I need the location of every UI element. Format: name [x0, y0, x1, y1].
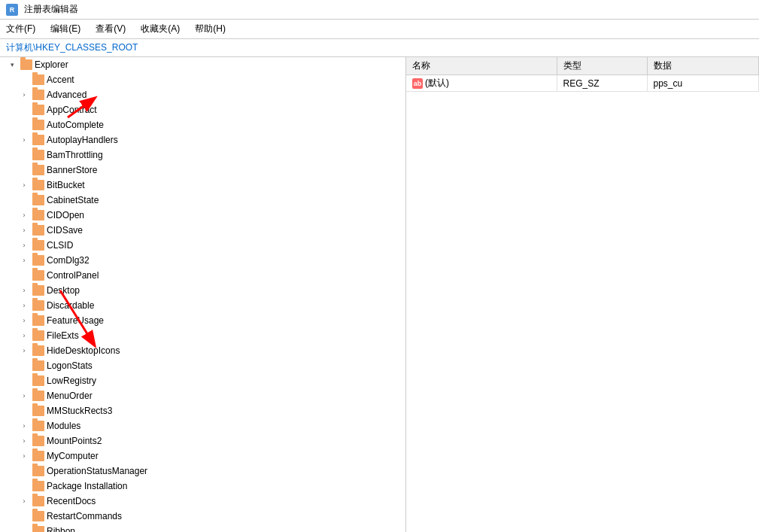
registry-name: ab(默认) [406, 75, 557, 92]
tree-item[interactable]: ›MyComputer [0, 448, 405, 464]
folder-icon [32, 255, 44, 266]
tree-item-label: Modules [47, 421, 405, 431]
tree-item-label: LowRegistry [47, 375, 405, 386]
tree-item[interactable]: ›Modules [0, 418, 405, 433]
tree-item-label: Accent [47, 74, 405, 85]
tree-item-label: RecentDocs [47, 496, 405, 506]
tree-item-label: MountPoints2 [47, 436, 405, 446]
tree-item[interactable]: Ribbon [0, 524, 405, 532]
folder-icon [32, 285, 44, 296]
col-header-type: 类型 [557, 57, 647, 75]
tree-toggle[interactable]: › [18, 330, 30, 342]
menu-item[interactable]: 查看(V) [93, 21, 129, 37]
tree-item[interactable]: Package Installation [0, 479, 405, 494]
tree-item[interactable]: AppContract [0, 102, 405, 117]
main-container: ▾ExplorerAccent›AdvancedAppContractAutoC… [0, 57, 759, 532]
tree-toggle[interactable]: › [18, 390, 30, 402]
tree-item[interactable]: ›CIDSave [0, 223, 405, 238]
tree-item[interactable]: ›Discardable [0, 298, 405, 313]
tree-item-label: Advanced [47, 90, 405, 100]
folder-icon [32, 421, 44, 431]
tree-item-label: ComDlg32 [47, 255, 405, 266]
registry-table: 名称 类型 数据 ab(默认)REG_SZpps_cu [406, 57, 759, 92]
folder-icon [32, 375, 44, 386]
right-panel: 名称 类型 数据 ab(默认)REG_SZpps_cu [406, 57, 759, 532]
tree-item-label: Package Installation [47, 481, 405, 491]
tree-toggle[interactable]: › [18, 209, 30, 221]
tree-item[interactable]: ›ComDlg32 [0, 253, 405, 268]
tree-toggle[interactable]: › [18, 284, 30, 296]
folder-icon [32, 391, 44, 401]
menu-item[interactable]: 帮助(H) [192, 21, 229, 37]
tree-toggle[interactable]: › [18, 315, 30, 327]
tree-item[interactable]: RestartCommands [0, 509, 405, 524]
tree-toggle[interactable]: › [18, 179, 30, 191]
tree-panel: ▾ExplorerAccent›AdvancedAppContractAutoC… [0, 57, 406, 532]
tree-toggle[interactable]: › [18, 239, 30, 251]
tree-item[interactable]: BannerStore [0, 163, 405, 178]
tree-toggle[interactable]: › [18, 345, 30, 357]
tree-item[interactable]: ›FeatureUsage [0, 313, 405, 328]
tree-item[interactable]: BamThrottling [0, 147, 405, 163]
folder-icon [32, 240, 44, 251]
tree-item[interactable]: ›MountPoints2 [0, 433, 405, 448]
tree-item-label: FileExts [47, 330, 405, 341]
tree-scroll[interactable]: ▾ExplorerAccent›AdvancedAppContractAutoC… [0, 57, 405, 532]
registry-row[interactable]: ab(默认)REG_SZpps_cu [406, 75, 759, 92]
folder-icon [32, 315, 44, 326]
registry-type: REG_SZ [557, 75, 647, 92]
folder-icon [32, 345, 44, 356]
tree-toggle[interactable]: › [18, 224, 30, 236]
app-icon: R [6, 4, 18, 16]
tree-toggle[interactable]: › [18, 89, 30, 101]
folder-icon [32, 150, 44, 160]
col-header-name: 名称 [406, 57, 557, 75]
tree-toggle[interactable]: › [18, 450, 30, 462]
tree-item-label: Explorer [35, 59, 405, 70]
folder-icon [32, 165, 44, 175]
folder-icon [32, 195, 44, 205]
tree-item-label: AutoplayHandlers [47, 135, 405, 145]
folder-icon [32, 90, 44, 100]
tree-toggle[interactable]: › [18, 299, 30, 312]
tree-item[interactable]: Accent [0, 72, 405, 87]
tree-toggle[interactable]: ▾ [6, 59, 18, 71]
tree-item[interactable]: LogonStats [0, 358, 405, 373]
tree-item-label: AutoComplete [47, 120, 405, 130]
tree-toggle[interactable]: › [18, 495, 30, 507]
folder-icon [32, 180, 44, 190]
tree-item-label: CIDSave [47, 225, 405, 236]
folder-icon [32, 526, 44, 532]
tree-toggle[interactable]: › [18, 420, 30, 432]
menu-item[interactable]: 文件(F) [3, 21, 38, 37]
menu-item[interactable]: 编辑(E) [47, 21, 83, 37]
tree-item[interactable]: ›AutoplayHandlers [0, 132, 405, 147]
tree-item[interactable]: ›CLSID [0, 238, 405, 253]
tree-item[interactable]: ›MenuOrder [0, 388, 405, 403]
tree-item[interactable]: ›CIDOpen [0, 208, 405, 223]
tree-toggle[interactable]: › [18, 134, 30, 146]
tree-toggle[interactable]: › [18, 435, 30, 447]
tree-item-label: LogonStats [47, 360, 405, 371]
tree-item[interactable]: ›Advanced [0, 87, 405, 102]
tree-item[interactable]: CabinetState [0, 193, 405, 208]
tree-item-label: AppContract [47, 105, 405, 115]
tree-item[interactable]: ›HideDesktopIcons [0, 343, 405, 358]
tree-item[interactable]: ▾Explorer [0, 57, 405, 72]
tree-item[interactable]: ›Desktop [0, 283, 405, 298]
tree-item[interactable]: ›FileExts [0, 328, 405, 343]
tree-item[interactable]: ›BitBucket [0, 178, 405, 193]
tree-item[interactable]: MMStuckRects3 [0, 403, 405, 418]
tree-item[interactable]: ›RecentDocs [0, 494, 405, 509]
tree-item[interactable]: OperationStatusManager [0, 464, 405, 479]
tree-item[interactable]: LowRegistry [0, 373, 405, 388]
folder-icon [32, 105, 44, 115]
tree-item[interactable]: AutoComplete [0, 117, 405, 132]
menu-item[interactable]: 收藏夹(A) [138, 21, 183, 37]
tree-item[interactable]: ControlPanel [0, 268, 405, 283]
tree-item-label: CabinetState [47, 195, 405, 205]
tree-toggle[interactable]: › [18, 254, 30, 266]
folder-icon [32, 406, 44, 416]
registry-data: pps_cu [647, 75, 759, 92]
tree-item-label: MenuOrder [47, 391, 405, 401]
